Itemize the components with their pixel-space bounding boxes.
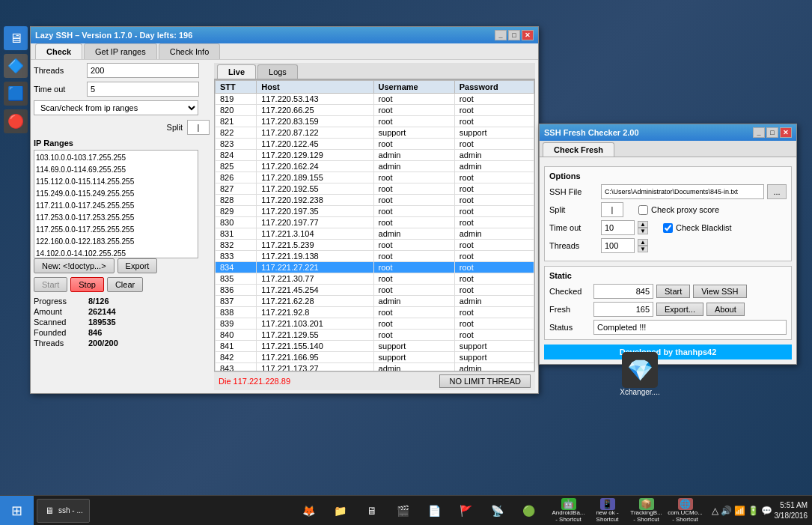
table-row[interactable]: 820117.220.66.25rootroot xyxy=(216,105,534,116)
threads-input[interactable] xyxy=(87,63,199,78)
table-row[interactable]: 828117.220.192.238rootroot xyxy=(216,195,534,206)
table-row[interactable]: 829117.220.197.35rootroot xyxy=(216,206,534,217)
clear-button[interactable]: Clear xyxy=(107,277,143,292)
sidebar-icon-3[interactable]: 🟦 xyxy=(4,82,28,106)
table-row[interactable]: 833117.221.19.138rootroot xyxy=(216,251,534,262)
tab-check-info[interactable]: Check Info xyxy=(159,43,221,59)
cell-password: support xyxy=(454,352,534,363)
proxy-score-label: Check proxy score xyxy=(651,205,719,214)
timeout-spin-down[interactable]: ▼ xyxy=(638,228,648,234)
start-fresh-button[interactable]: Start xyxy=(656,285,690,298)
cell-username: root xyxy=(373,307,454,318)
android-backup-shortcut[interactable]: 🤖 AndroidBa...- Shortcut xyxy=(550,497,587,524)
table-row[interactable]: 834117.221.27.221rootroot xyxy=(216,262,534,273)
scan-mode-dropdown[interactable]: Scan/check from ip ranges xyxy=(34,100,198,115)
xchanger-icon[interactable]: 💎 Xchanger.... xyxy=(614,352,666,396)
tray-icon-4[interactable]: 🔋 xyxy=(748,506,759,516)
start-button[interactable]: Start xyxy=(34,277,67,292)
table-row[interactable]: 838117.221.92.8rootroot xyxy=(216,307,534,318)
sidebar-icon-2[interactable]: 🔷 xyxy=(4,54,28,78)
tracking-shortcut[interactable]: 📦 TrackingB...- Shortcut xyxy=(628,497,665,524)
taskbar-ssh-item[interactable]: 🖥 ssh - ... xyxy=(37,499,90,523)
fresh-restore-button[interactable]: □ xyxy=(766,127,778,138)
table-row[interactable]: 830117.220.197.77rootroot xyxy=(216,217,534,228)
stop-button[interactable]: Stop xyxy=(70,277,104,292)
cell-stt: 824 xyxy=(216,150,257,161)
about-button[interactable]: About xyxy=(706,303,745,316)
new-button[interactable]: New: <!doctyp...> xyxy=(34,258,115,273)
taskbar-media-icon[interactable]: 🎬 xyxy=(388,497,418,524)
threads-spin-down[interactable]: ▼ xyxy=(638,246,648,252)
left-sidebar: 🖥 🔷 🟦 🔴 xyxy=(4,26,30,133)
timeout-spin-up[interactable]: ▲ xyxy=(638,221,648,228)
table-row[interactable]: 825117.220.162.24adminadmin xyxy=(216,161,534,172)
tab-live[interactable]: Live xyxy=(217,64,256,79)
table-row[interactable]: 842117.221.166.95supportsupport xyxy=(216,352,534,363)
ssh-file-input[interactable] xyxy=(601,184,764,199)
cell-password: root xyxy=(454,217,534,228)
tab-check-fresh[interactable]: Check Fresh xyxy=(543,142,614,157)
android-label: AndroidBa...- Shortcut xyxy=(552,510,584,524)
taskbar-flag-icon[interactable]: 🚩 xyxy=(451,497,481,524)
no-limit-button[interactable]: NO LIMIT THREAD xyxy=(439,374,531,388)
table-row[interactable]: 832117.221.5.239rootroot xyxy=(216,240,534,251)
browse-button[interactable]: ... xyxy=(767,184,787,199)
taskbar-doc-icon[interactable]: 📄 xyxy=(420,497,450,524)
table-row[interactable]: 841117.221.155.140supportsupport xyxy=(216,341,534,352)
blacklist-checkbox[interactable] xyxy=(663,223,673,233)
start-button-taskbar[interactable]: ⊞ xyxy=(0,496,34,525)
table-row[interactable]: 822117.220.87.122supportsupport xyxy=(216,127,534,139)
table-scroll[interactable]: STT Host Username Password 819117.220.53… xyxy=(214,79,535,371)
bottom-buttons: Start Stop Clear xyxy=(34,277,210,292)
tray-icon-3[interactable]: 📶 xyxy=(734,506,745,516)
proxy-score-checkbox[interactable] xyxy=(638,205,648,215)
fresh-timeout-input[interactable] xyxy=(601,220,635,235)
ssh-right-panel: Live Logs STT Host Username Password xyxy=(214,63,535,390)
col-stt: STT xyxy=(216,81,257,94)
fresh-close-button[interactable]: ✕ xyxy=(780,127,792,138)
sidebar-icon-4[interactable]: 🔴 xyxy=(4,109,28,133)
tray-icon-5[interactable]: 💬 xyxy=(761,506,772,516)
tab-get-ip[interactable]: Get IP ranges xyxy=(84,43,157,59)
minimize-button[interactable]: _ xyxy=(495,30,507,40)
new-ok-label: new ok -Shortcut xyxy=(596,510,618,524)
table-row[interactable]: 837117.221.62.28adminadmin xyxy=(216,296,534,307)
view-ssh-button[interactable]: View SSH xyxy=(693,285,746,298)
fresh-threads-input[interactable] xyxy=(601,238,635,253)
threads-label: Threads xyxy=(34,66,82,75)
table-row[interactable]: 843117.221.173.27adminadmin xyxy=(216,363,534,372)
table-row[interactable]: 821117.220.83.159rootroot xyxy=(216,116,534,127)
split-input[interactable] xyxy=(187,120,210,135)
ip-ranges-area[interactable]: 103.10.0.0-103.17.255.255 114.69.0.0-114… xyxy=(34,150,198,258)
taskbar-explorer-icon[interactable]: 🖥 xyxy=(357,497,387,524)
export-fresh-button[interactable]: Export... xyxy=(656,303,703,316)
taskbar-folder-icon[interactable]: 📁 xyxy=(326,497,355,524)
sidebar-icon-1[interactable]: 🖥 xyxy=(4,26,28,50)
taskbar-firefox-icon[interactable]: 🦊 xyxy=(294,497,324,524)
tab-check[interactable]: Check xyxy=(35,43,82,59)
table-row[interactable]: 839117.221.103.201rootroot xyxy=(216,318,534,330)
tray-icon-1[interactable]: △ xyxy=(712,506,718,516)
table-row[interactable]: 831117.221.3.104adminadmin xyxy=(216,228,534,240)
table-row[interactable]: 840117.221.129.55rootroot xyxy=(216,330,534,341)
new-ok-shortcut[interactable]: 📱 new ok -Shortcut xyxy=(589,497,626,524)
tab-logs[interactable]: Logs xyxy=(257,64,298,79)
taskbar-teamviewer-icon[interactable]: 📡 xyxy=(483,497,513,524)
close-button[interactable]: ✕ xyxy=(522,30,534,40)
com-uc-shortcut[interactable]: 🌐 com.UCMo...- Shortcut xyxy=(667,497,704,524)
timeout-input[interactable] xyxy=(87,82,199,97)
table-row[interactable]: 827117.220.192.55rootroot xyxy=(216,183,534,195)
table-row[interactable]: 824117.220.129.129adminadmin xyxy=(216,150,534,161)
restore-button[interactable]: □ xyxy=(508,30,520,40)
fresh-minimize-button[interactable]: _ xyxy=(753,127,765,138)
table-row[interactable]: 835117.221.30.77rootroot xyxy=(216,273,534,285)
table-row[interactable]: 819117.220.53.143rootroot xyxy=(216,94,534,105)
table-row[interactable]: 836117.221.45.254rootroot xyxy=(216,285,534,296)
table-row[interactable]: 826117.220.189.155rootroot xyxy=(216,172,534,183)
table-row[interactable]: 823117.220.122.45rootroot xyxy=(216,139,534,150)
cell-password: support xyxy=(454,127,534,139)
taskbar-green-icon[interactable]: 🟢 xyxy=(514,497,544,524)
export-button[interactable]: Export xyxy=(117,258,158,273)
tray-icon-2[interactable]: 🔊 xyxy=(721,506,732,516)
threads-spin-up[interactable]: ▲ xyxy=(638,239,648,246)
